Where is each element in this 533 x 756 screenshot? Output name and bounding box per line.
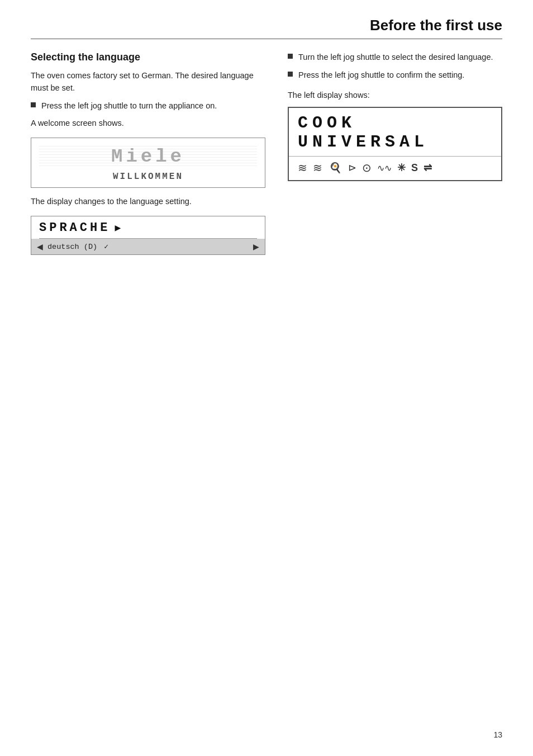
willkommen-text: WILLKOMMEN bbox=[39, 172, 257, 182]
sprache-title: SPRACHE bbox=[39, 221, 110, 235]
bullet-list-left: Press the left jog shuttle to turn the a… bbox=[31, 100, 265, 112]
page-container: Before the first use Selecting the langu… bbox=[0, 0, 533, 756]
cook-universal-display-box: COOK UNIVERSAL ≋ ≋ 🍳 ⊳ ⊙ ∿∿ ✳ S ⇌ bbox=[288, 107, 502, 181]
arrows-icon: ⇌ bbox=[423, 162, 432, 174]
welcome-screen-text: A welcome screen shows. bbox=[31, 117, 265, 130]
s-icon: S bbox=[411, 162, 418, 174]
content-columns: Selecting the language The oven comes fa… bbox=[31, 51, 502, 263]
arrow-right-icon: ▶ bbox=[253, 242, 259, 251]
fan-icon: ⊳ bbox=[348, 162, 356, 174]
bullet-text-right-2: Press the left jog shuttle to confirm th… bbox=[298, 69, 464, 82]
bullet-icon-1 bbox=[31, 102, 36, 107]
section-heading: Selecting the language bbox=[31, 51, 265, 63]
bullet-icon-right-1 bbox=[288, 54, 293, 59]
display-change-text: The display changes to the language sett… bbox=[31, 196, 265, 208]
page-number: 13 bbox=[493, 730, 502, 739]
miele-logo: Miele bbox=[39, 145, 257, 168]
sprache-display-box: SPRACHE ▶ ◀ deutsch (D) ✓ ▶ bbox=[31, 216, 265, 255]
heat-waves-icon-2: ≋ bbox=[313, 161, 322, 174]
cook-universal-title: COOK UNIVERSAL bbox=[289, 108, 501, 157]
sprache-cursor: ▶ bbox=[115, 221, 123, 234]
cook-icons-row: ≋ ≋ 🍳 ⊳ ⊙ ∿∿ ✳ S ⇌ bbox=[289, 157, 501, 180]
page-title: Before the first use bbox=[370, 17, 502, 34]
star-icon: ✳ bbox=[397, 162, 406, 174]
grill-waves-icon: ∿∿ bbox=[377, 163, 392, 173]
welcome-screen: Miele WILLKOMMEN bbox=[31, 138, 265, 187]
bullet-text-1: Press the left jog shuttle to turn the a… bbox=[41, 100, 217, 112]
header-divider bbox=[31, 39, 502, 39]
page-header: Before the first use bbox=[31, 17, 502, 34]
bullet-item-1: Press the left jog shuttle to turn the a… bbox=[31, 100, 265, 112]
language-text: deutsch (D) ✓ bbox=[47, 242, 249, 251]
left-column: Selecting the language The oven comes fa… bbox=[31, 51, 265, 263]
bullet-item-right-1: Turn the left jog shuttle to select the … bbox=[288, 51, 502, 64]
bullet-list-right: Turn the left jog shuttle to select the … bbox=[288, 51, 502, 82]
welcome-display-box: Miele WILLKOMMEN bbox=[31, 138, 265, 188]
bullet-icon-right-2 bbox=[288, 72, 293, 77]
arrow-left-icon: ◀ bbox=[37, 242, 43, 251]
display-shows-text: The left display shows: bbox=[288, 89, 502, 102]
right-column: Turn the left jog shuttle to select the … bbox=[288, 51, 502, 263]
heat-waves-icon: ≋ bbox=[298, 161, 307, 174]
intro-text: The oven comes factory set to German. Th… bbox=[31, 70, 265, 94]
language-row: ◀ deutsch (D) ✓ ▶ bbox=[31, 239, 265, 254]
bullet-text-right-1: Turn the left jog shuttle to select the … bbox=[298, 51, 493, 64]
chef-hat-icon: 🍳 bbox=[329, 162, 341, 174]
sprache-title-row: SPRACHE ▶ bbox=[31, 216, 265, 238]
checkmark-icon: ✓ bbox=[104, 243, 108, 251]
bullet-item-right-2: Press the left jog shuttle to confirm th… bbox=[288, 69, 502, 82]
circle-icon: ⊙ bbox=[362, 161, 372, 174]
